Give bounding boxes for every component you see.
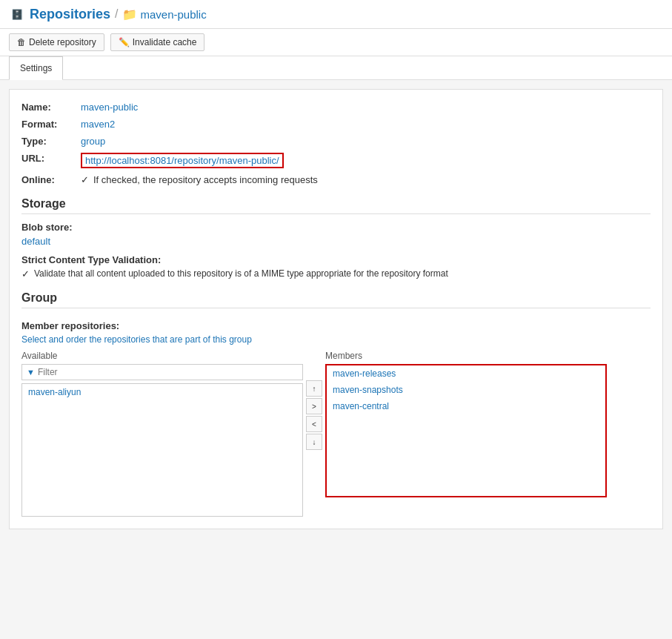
delete-label: Delete repository (29, 37, 96, 47)
online-check-icon: ✓ (81, 174, 89, 185)
blob-store-label: Blob store: (21, 222, 651, 233)
available-header: Available (21, 351, 303, 361)
type-value: group (81, 136, 105, 147)
columns-wrapper: Available ▼ maven-aliyun ↑ > < ↓ (21, 351, 651, 517)
db-icon: 🗄️ (9, 6, 25, 22)
member-item-maven-central[interactable]: maven-central (327, 398, 605, 414)
page-title: Repositories (30, 7, 110, 22)
folder-icon: 📁 (122, 7, 137, 21)
filter-icon: ▼ (27, 368, 35, 377)
move-up-button[interactable]: ↑ (306, 380, 322, 397)
validation-label: Strict Content Type Validation: (21, 254, 651, 265)
blob-store-value: default (21, 236, 651, 247)
available-panel: Available ▼ maven-aliyun (21, 351, 303, 517)
main-content: Name: maven-public Format: maven2 Type: … (0, 80, 672, 546)
top-bar: 🗄️ Repositories / 📁 maven-public (0, 0, 672, 29)
format-label: Format: (21, 119, 81, 130)
member-label: Member repositories: (21, 320, 651, 331)
info-panel: Name: maven-public Format: maven2 Type: … (9, 89, 663, 529)
breadcrumb-separator: / (115, 7, 118, 21)
name-label: Name: (21, 102, 81, 113)
members-header: Members (325, 351, 607, 361)
move-left-button[interactable]: < (306, 416, 322, 432)
member-item-maven-snapshots[interactable]: maven-snapshots (327, 382, 605, 398)
invalidate-icon: ✏️ (119, 37, 130, 47)
member-item-maven-releases[interactable]: maven-releases (327, 365, 605, 382)
move-right-button[interactable]: > (306, 398, 322, 414)
type-label: Type: (21, 136, 81, 147)
tab-bar: Settings (0, 56, 672, 80)
group-section-title: Group (21, 291, 651, 308)
invalidate-cache-button[interactable]: ✏️ Invalidate cache (110, 33, 205, 51)
url-value[interactable]: http://localhost:8081/repository/maven-p… (81, 153, 284, 168)
action-bar: 🗑 Delete repository ✏️ Invalidate cache (0, 29, 672, 56)
url-label: URL: (21, 153, 81, 164)
validation-text: Validate that all content uploaded to th… (34, 268, 448, 279)
breadcrumb-item: 📁 maven-public (122, 7, 206, 21)
filter-input[interactable] (38, 367, 298, 377)
member-desc: Select and order the repositories that a… (21, 334, 651, 345)
validation-check-icon: ✓ (21, 268, 30, 279)
available-list: maven-aliyun (21, 383, 303, 517)
name-value: maven-public (81, 102, 138, 113)
tab-settings[interactable]: Settings (9, 56, 63, 80)
online-label: Online: (21, 174, 81, 185)
group-section: Member repositories: Select and order th… (21, 320, 651, 517)
format-row: Format: maven2 (21, 119, 651, 130)
online-content: ✓ If checked, the repository accepts inc… (81, 174, 318, 185)
delete-icon: 🗑 (17, 37, 26, 47)
name-row: Name: maven-public (21, 102, 651, 113)
delete-repository-button[interactable]: 🗑 Delete repository (9, 33, 104, 51)
filter-box[interactable]: ▼ (21, 364, 303, 380)
online-row: Online: ✓ If checked, the repository acc… (21, 174, 651, 185)
available-item-maven-aliyun[interactable]: maven-aliyun (22, 384, 302, 400)
invalidate-label: Invalidate cache (133, 37, 197, 47)
storage-section-title: Storage (21, 197, 651, 214)
move-down-button[interactable]: ↓ (306, 434, 322, 450)
validation-row: ✓ Validate that all content uploaded to … (21, 268, 651, 279)
members-panel: Members maven-releases maven-snapshots m… (325, 351, 607, 497)
type-row: Type: group (21, 136, 651, 147)
url-row: URL: http://localhost:8081/repository/ma… (21, 153, 651, 168)
breadcrumb-label: maven-public (140, 8, 206, 21)
online-text: If checked, the repository accepts incom… (93, 174, 318, 185)
format-value: maven2 (81, 119, 115, 130)
members-list: maven-releases maven-snapshots maven-cen… (325, 364, 607, 497)
arrow-buttons: ↑ > < ↓ (303, 380, 325, 450)
